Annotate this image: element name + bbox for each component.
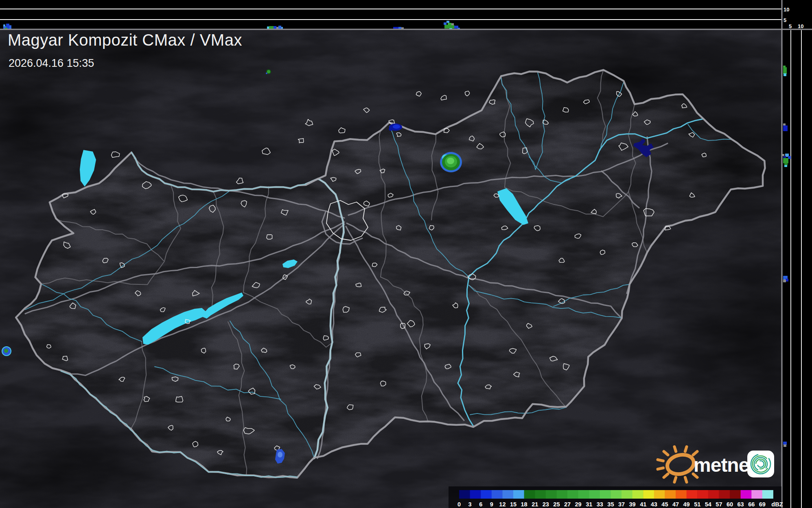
colorbar-segment <box>600 490 611 499</box>
metnet-logo-text: metnet <box>694 454 755 476</box>
colorbar-segment <box>741 490 752 499</box>
timestamp: 2026.04.16 15:35 <box>9 57 94 70</box>
colorbar-segment <box>513 490 524 499</box>
colorbar-tick-label: 43 <box>651 501 657 508</box>
colorbar-segment <box>470 490 481 499</box>
colorbar-tick-label: 37 <box>618 501 625 508</box>
profile-echo-block <box>784 165 787 167</box>
colorbar-tick-label: 69 <box>759 501 766 508</box>
top-profile-panel <box>0 0 782 29</box>
profile-echo-block <box>451 23 454 25</box>
colorbar-tick-label: 31 <box>586 501 592 508</box>
colorbar-tick-label: 60 <box>727 501 733 508</box>
colorbar-tick-label: 9 <box>490 501 493 508</box>
height-axis-label: 5 <box>784 17 786 23</box>
profile-echo-block <box>281 27 283 29</box>
colorbar-segment <box>524 490 535 499</box>
colorbar-tick-label: 15 <box>510 501 517 508</box>
colorbar-segment <box>556 490 567 499</box>
colorbar-tick-label: 27 <box>564 501 571 508</box>
profile-echo-block <box>448 23 451 25</box>
profile-echo-block <box>783 158 788 163</box>
colorbar-tick-label: 57 <box>716 501 722 508</box>
colorbar-tick-label: 18 <box>521 501 527 508</box>
profile-echo-block <box>3 24 5 26</box>
colorbar-segment <box>665 490 676 499</box>
profile-echo-block <box>444 22 446 25</box>
height-axis-label: 5 <box>789 23 792 29</box>
colorbar-tick-label: 6 <box>479 501 482 508</box>
profile-echo-block <box>788 156 791 159</box>
colorbar-segment <box>708 490 719 499</box>
profile-echo-block <box>784 73 786 76</box>
colorbar-segment <box>730 490 741 499</box>
colorbar-segment <box>633 490 643 499</box>
colorbar-segment <box>611 490 622 499</box>
colorbar-tick-label: 0 <box>457 501 461 508</box>
colorbar-segment <box>567 490 578 499</box>
colorbar-segment <box>687 490 698 499</box>
colorbar-tick-label: 3 <box>468 501 472 508</box>
profile-echo-block <box>786 279 788 281</box>
colorbar-segment <box>622 490 633 499</box>
colorbar-tick-label: 63 <box>738 501 744 508</box>
colorbar-tick-label: 21 <box>532 501 538 508</box>
colorbar-tick-label: 66 <box>748 501 755 508</box>
profile-echo-block <box>784 444 786 447</box>
colorbar-tick-label: 54 <box>705 501 711 508</box>
colorbar-segment <box>643 490 654 499</box>
colorbar-segment <box>697 490 708 499</box>
colorbar-tick-label: 12 <box>499 501 506 508</box>
profile-echo-block <box>446 21 449 23</box>
colorbar-segment <box>502 490 513 499</box>
colorbar-tick-label: 47 <box>672 501 679 508</box>
profile-echo-block <box>783 442 787 445</box>
right-profile-panel <box>782 0 812 508</box>
storm-cell-matra <box>440 152 462 172</box>
colorbar-segment <box>492 490 503 499</box>
colorbar-segment <box>459 490 470 499</box>
profile-echo-block <box>267 26 269 29</box>
height-axis-label: 10 <box>784 7 789 13</box>
colorbar-segment <box>589 490 600 499</box>
colorbar-segment <box>762 490 773 499</box>
metnet-app-icon <box>747 451 774 477</box>
colorbar-segment <box>481 490 492 499</box>
colorbar-tick-label: 25 <box>553 501 560 508</box>
radar-map-canvas: 105510 036912151821232527293133353739414… <box>0 0 812 508</box>
colorbar-tick-label: 49 <box>683 501 690 508</box>
colorbar-tick-label: 29 <box>575 501 582 508</box>
dbz-colorbar: 0369121518212325272931333537394143454749… <box>449 486 783 508</box>
colorbar-segment <box>751 490 762 499</box>
profile-echo-block <box>783 67 787 74</box>
profile-echo-block <box>782 154 784 156</box>
colorbar-tick-label: 41 <box>640 501 646 508</box>
page-title: Magyar Kompozit CMax / VMax <box>8 31 242 49</box>
colorbar-tick-label: 33 <box>597 501 603 508</box>
profile-echo-block <box>444 25 454 29</box>
colorbar-unit-label: dBZ <box>771 501 783 508</box>
colorbar-segment <box>535 490 546 499</box>
colorbar-tick-label: 45 <box>661 501 668 508</box>
colorbar-segment <box>578 490 589 499</box>
colorbar-segment <box>546 490 557 499</box>
radar-composite-screen: 105510 036912151821232527293133353739414… <box>0 0 812 508</box>
profile-echo-block <box>783 125 788 131</box>
cell-west-edge <box>2 346 11 356</box>
colorbar-tick-label: 23 <box>543 501 549 508</box>
profile-echo-block <box>783 279 786 282</box>
colorbar-tick-label: 35 <box>607 501 614 508</box>
colorbar-segment <box>676 490 687 499</box>
colorbar-tick-label: 39 <box>629 501 636 508</box>
colorbar-segment <box>654 490 665 499</box>
colorbar-tick-label: 51 <box>694 501 700 508</box>
height-axis-label: 10 <box>798 23 803 29</box>
colorbar-segment <box>719 490 730 499</box>
